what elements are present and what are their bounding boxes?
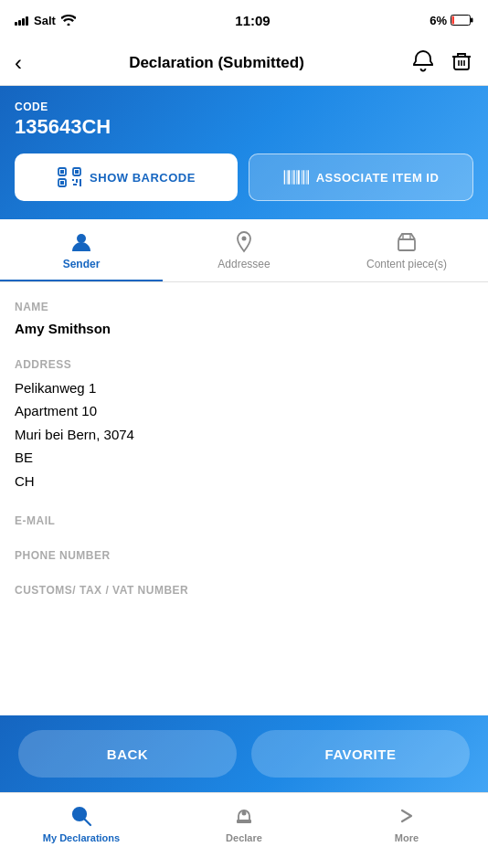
svg-point-28: [77, 234, 86, 243]
header-action-buttons: SHOW BARCODE ASSOCIATE ITEM ID: [15, 153, 473, 201]
code-value: 135643CH: [15, 115, 473, 139]
address-line4: BE: [15, 446, 473, 470]
declarations-tab-label: My Declarations: [43, 832, 120, 843]
more-tab-label: More: [395, 832, 419, 843]
stamp-icon: [231, 803, 257, 829]
svg-rect-1: [451, 16, 454, 25]
trash-button[interactable]: [450, 49, 473, 76]
svg-rect-8: [60, 170, 64, 174]
tabs-container: Sender Addressee Content piece(s): [0, 219, 488, 282]
svg-rect-10: [75, 170, 79, 174]
battery-icon: [451, 15, 473, 26]
customs-label: CUSTOMS/ TAX / VAT NUMBER: [15, 584, 473, 597]
tab-addressee-label: Addressee: [217, 258, 270, 270]
barcode-icon: [57, 164, 82, 190]
notification-button[interactable]: [411, 49, 435, 76]
bottom-tab-bar: My Declarations Declare More: [0, 792, 488, 868]
bottom-action-bar: BACK FAVORITE: [0, 715, 488, 792]
bottom-tab-more[interactable]: More: [325, 803, 488, 843]
address-line5: CH: [15, 470, 473, 493]
email-label: E-MAIL: [15, 514, 473, 527]
address-block: Pelikanweg 1 Apartment 10 Muri bei Bern,…: [15, 376, 473, 493]
svg-rect-30: [398, 239, 415, 250]
bottom-tab-declare[interactable]: Declare: [163, 803, 325, 843]
svg-rect-36: [237, 820, 251, 823]
code-label: CODE: [15, 101, 473, 113]
svg-point-37: [242, 811, 247, 816]
address-line2: Apartment 10: [15, 399, 473, 423]
box-icon: [395, 230, 419, 254]
tab-content[interactable]: Content piece(s): [325, 219, 488, 281]
svg-rect-12: [60, 181, 64, 185]
status-time: 11:09: [235, 13, 270, 28]
address-label: ADDRESS: [15, 358, 473, 371]
name-value: Amy Smithson: [15, 319, 473, 340]
show-barcode-label: SHOW BARCODE: [90, 171, 196, 185]
bottom-tab-declarations[interactable]: My Declarations: [0, 803, 163, 843]
associate-item-label: ASSOCIATE ITEM ID: [316, 171, 440, 185]
associate-item-button[interactable]: ASSOCIATE ITEM ID: [249, 153, 473, 201]
name-label: NAME: [15, 301, 473, 313]
search-icon: [69, 803, 94, 829]
tab-sender-label: Sender: [63, 258, 101, 270]
phone-label: PHONE NUMBER: [15, 549, 473, 562]
more-chevron-icon: [394, 803, 419, 829]
header-section: CODE 135643CH SHOW BARCODE: [0, 86, 488, 219]
svg-line-35: [85, 820, 91, 826]
back-button[interactable]: ‹: [15, 50, 22, 76]
carrier-label: Salt: [34, 14, 56, 27]
signal-icon: [15, 15, 28, 26]
status-right: 6%: [430, 14, 473, 27]
battery-percent: 6%: [430, 14, 447, 27]
back-action-button[interactable]: BACK: [18, 730, 237, 778]
nav-title: Declaration (Submitted): [129, 54, 304, 72]
trash-icon: [450, 49, 473, 73]
person-icon: [69, 230, 93, 254]
location-icon: [232, 230, 256, 254]
sender-content: NAME Amy Smithson ADDRESS Pelikanweg 1 A…: [0, 282, 488, 620]
declare-tab-label: Declare: [226, 832, 262, 843]
status-left: Salt: [15, 14, 76, 27]
show-barcode-button[interactable]: SHOW BARCODE: [15, 153, 238, 201]
tab-addressee[interactable]: Addressee: [163, 219, 325, 281]
svg-rect-2: [471, 18, 473, 23]
tab-sender[interactable]: Sender: [0, 219, 163, 281]
favorite-button[interactable]: FAVORITE: [251, 730, 470, 778]
status-bar: Salt 11:09 6%: [0, 0, 488, 40]
tab-content-label: Content piece(s): [366, 258, 447, 270]
nav-bar: ‹ Declaration (Submitted): [0, 40, 488, 86]
nav-icons: [411, 49, 473, 76]
address-line3: Muri bei Bern, 3074: [15, 423, 473, 447]
address-line1: Pelikanweg 1: [15, 376, 473, 400]
bell-icon: [411, 49, 435, 73]
wifi-icon: [61, 15, 76, 26]
svg-point-29: [242, 237, 247, 241]
barcode-lines-icon: [283, 167, 309, 187]
